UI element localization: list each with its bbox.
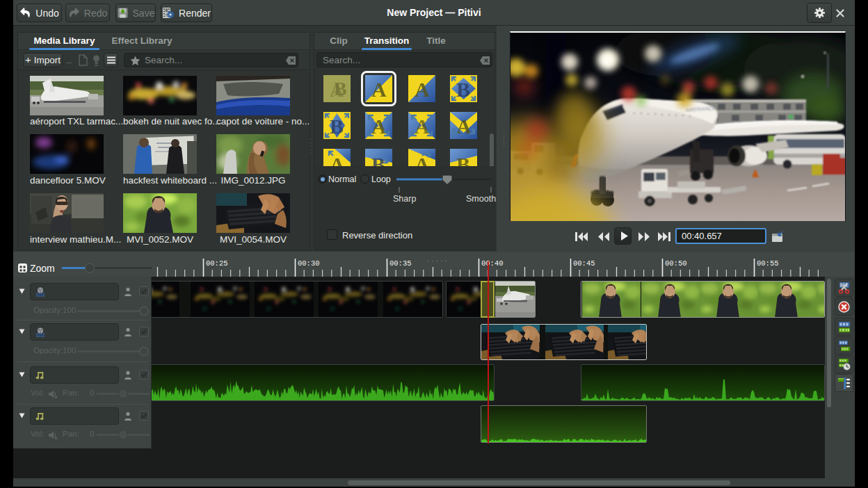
svg-text:00:25: 00:25 bbox=[206, 259, 228, 268]
svg-text:00:35: 00:35 bbox=[389, 259, 412, 268]
svg-text:A: A bbox=[330, 79, 344, 101]
svg-text:00:50: 00:50 bbox=[665, 259, 687, 268]
svg-text:A: A bbox=[371, 78, 387, 101]
svg-text:A: A bbox=[415, 115, 430, 138]
svg-text:A: A bbox=[456, 115, 472, 138]
svg-text:A: A bbox=[371, 115, 387, 138]
svg-text:B: B bbox=[456, 78, 470, 101]
svg-text:A: A bbox=[415, 78, 430, 101]
svg-text:B: B bbox=[330, 115, 344, 138]
svg-text:00:45: 00:45 bbox=[573, 259, 595, 268]
svg-text:00:30: 00:30 bbox=[298, 259, 320, 268]
svg-text:00:40: 00:40 bbox=[481, 259, 504, 268]
svg-text:00:55: 00:55 bbox=[757, 259, 779, 268]
svg-text:B: B bbox=[456, 153, 470, 166]
